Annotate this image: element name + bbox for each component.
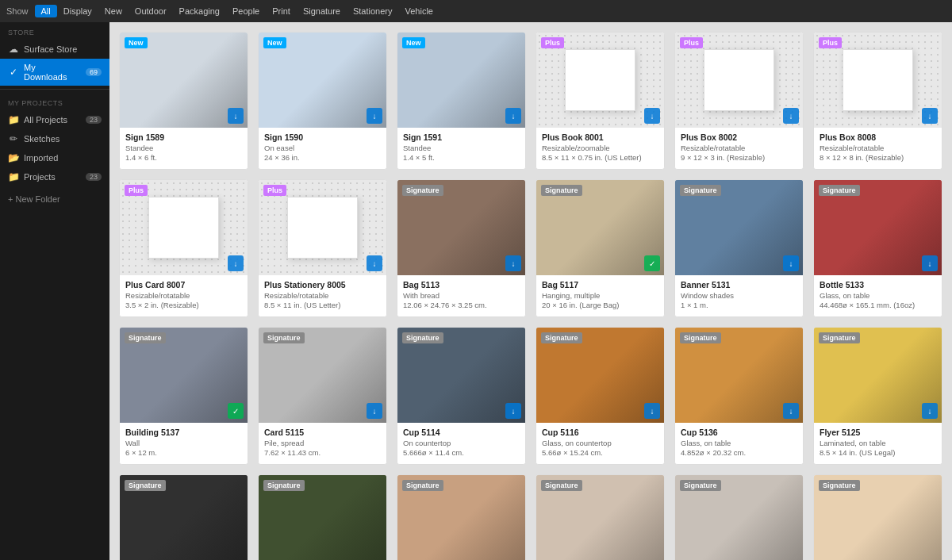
card-row4-3[interactable]: Signature — [397, 474, 526, 560]
download-button[interactable]: ↓ — [922, 108, 938, 124]
card-sign-1590[interactable]: New↓Sign 1590On easel24 × 36 in. — [258, 32, 387, 170]
download-button[interactable]: ↓ — [922, 403, 938, 419]
badge-signature: Signature — [263, 480, 305, 491]
sidebar-item-imported[interactable]: 📂 Imported — [0, 148, 109, 167]
card-card-5115[interactable]: Signature↓Card 5115Pile, spread7.62 × 11… — [258, 327, 387, 465]
store-section-label: STORE — [0, 22, 109, 40]
card-subtitle: Window shades — [681, 291, 797, 300]
sidebar-item-projects[interactable]: 📁 Projects 23 — [0, 167, 109, 186]
card-row4-4[interactable]: Signature — [536, 474, 665, 560]
card-dimensions: 8.5 × 11 in. (US Letter) — [264, 301, 381, 309]
card-plus-box-8002[interactable]: Plus↓Plus Box 8002Resizable/rotatable9 ×… — [674, 32, 804, 170]
card-thumb-row4-1: Signature — [120, 475, 248, 560]
sidebar-item-sketches[interactable]: ✏ Sketches — [0, 129, 109, 148]
card-dimensions: 1.4 × 6 ft. — [125, 153, 242, 162]
card-cup-5136[interactable]: Signature↓Cup 5136Glass, on table4.852ø … — [674, 327, 804, 465]
filter-btn-vehicle[interactable]: Vehicle — [399, 5, 440, 17]
card-banner-5131[interactable]: Signature↓Banner 5131Window shades1 × 1 … — [674, 179, 804, 317]
all-projects-label: All Projects — [24, 115, 67, 125]
card-cup-5114[interactable]: Signature↓Cup 5114On countertop5.666ø × … — [397, 327, 526, 465]
card-bottle-5133[interactable]: Signature↓Bottle 5133Glass, on table44.4… — [813, 179, 942, 317]
download-button[interactable]: ↓ — [367, 108, 382, 124]
card-subtitle: Resizable/zoomable — [542, 144, 658, 152]
card-title: Plus Stationery 8005 — [264, 280, 381, 290]
card-subtitle: Resizable/rotatable — [820, 144, 936, 152]
sidebar-item-my-downloads[interactable]: ✓ My Downloads 69 — [0, 59, 109, 86]
card-title: Sign 1590 — [264, 132, 381, 142]
card-bag-5113[interactable]: Signature↓Bag 5113With bread12.06 × 24.7… — [397, 179, 526, 317]
card-dimensions: 12.06 × 24.76 × 3.25 cm. — [403, 301, 520, 309]
download-button[interactable]: ↓ — [644, 403, 660, 419]
download-button[interactable]: ↓ — [367, 403, 382, 419]
download-button[interactable]: ↓ — [644, 108, 660, 124]
download-button[interactable]: ↓ — [505, 108, 521, 124]
card-thumb-row4-5: Signature — [675, 475, 803, 560]
card-row4-1[interactable]: Signature — [119, 474, 248, 560]
card-flyer-5125[interactable]: Signature↓Flyer 5125Laminated, on table8… — [813, 327, 942, 465]
download-button[interactable]: ↓ — [783, 108, 799, 124]
card-dimensions: 4.852ø × 20.32 cm. — [681, 448, 797, 457]
imported-label: Imported — [24, 153, 58, 163]
filter-btn-display[interactable]: Display — [57, 5, 98, 17]
card-row4-6[interactable]: Signature — [813, 474, 942, 560]
card-info-plus-card-8007: Plus Card 8007Resizable/rotatable3.5 × 2… — [120, 275, 248, 316]
badge-signature: Signature — [402, 480, 443, 491]
card-subtitle: Glass, on table — [681, 439, 797, 447]
filter-btn-new[interactable]: New — [98, 5, 129, 17]
badge-signature: Signature — [402, 185, 443, 196]
filter-btn-signature[interactable]: Signature — [297, 5, 347, 17]
filter-btn-people[interactable]: People — [226, 5, 266, 17]
filter-btn-stationery[interactable]: Stationery — [347, 5, 399, 17]
new-folder-button[interactable]: + New Folder — [0, 190, 109, 209]
download-button[interactable]: ↓ — [783, 255, 799, 271]
card-plus-book-8001[interactable]: Plus↓Plus Book 8001Resizable/zoomable8.5… — [536, 32, 665, 170]
sidebar-item-surface-store[interactable]: ☁ Surface Store — [0, 40, 109, 59]
card-row4-5[interactable]: Signature — [674, 474, 804, 560]
downloaded-check: ✓ — [644, 255, 660, 271]
card-info-card-5115: Card 5115Pile, spread7.62 × 11.43 cm. — [259, 423, 386, 464]
card-sign-1591[interactable]: New↓Sign 1591Standee1.4 × 5 ft. — [397, 32, 526, 170]
my-downloads-label: My Downloads — [24, 63, 81, 82]
download-button[interactable]: ↓ — [505, 403, 521, 419]
download-button[interactable]: ↓ — [922, 255, 938, 271]
card-info-banner-5131: Banner 5131Window shades1 × 1 m. — [675, 275, 803, 316]
card-sign-1589[interactable]: New↓Sign 1589Standee1.4 × 6 ft. — [119, 32, 248, 170]
filter-btn-print[interactable]: Print — [266, 5, 297, 17]
card-info-cup-5136: Cup 5136Glass, on table4.852ø × 20.32 cm… — [675, 423, 803, 464]
card-dimensions: 8 × 12 × 8 in. (Resizable) — [820, 153, 936, 162]
card-bag-5117[interactable]: Signature✓Bag 5117Hanging, multiple20 × … — [536, 179, 665, 317]
card-title: Plus Book 8001 — [542, 132, 658, 142]
sidebar-divider-1 — [0, 89, 109, 90]
badge-new: New — [402, 37, 425, 48]
badge-signature: Signature — [541, 185, 582, 196]
card-subtitle: Resizable/rotatable — [264, 291, 381, 300]
card-thumb-sign-1590: New↓ — [259, 33, 386, 128]
card-thumb-cup-5114: Signature↓ — [397, 328, 525, 423]
badge-signature: Signature — [819, 185, 860, 196]
download-button[interactable]: ↓ — [367, 255, 382, 271]
card-plus-stationery-8005[interactable]: Plus↓Plus Stationery 8005Resizable/rotat… — [258, 179, 387, 317]
download-button[interactable]: ↓ — [228, 255, 244, 271]
card-plus-box-8008[interactable]: Plus↓Plus Box 8008Resizable/rotatable8 ×… — [813, 32, 942, 170]
card-cup-5116[interactable]: Signature↓Cup 5116Glass, on countertop5.… — [536, 327, 665, 465]
card-thumb-banner-5131: Signature↓ — [675, 180, 803, 275]
sidebar-item-all-projects[interactable]: 📁 All Projects 23 — [0, 110, 109, 129]
card-info-plus-stationery-8005: Plus Stationery 8005Resizable/rotatable8… — [259, 275, 386, 316]
filter-btn-packaging[interactable]: Packaging — [173, 5, 226, 17]
download-button[interactable]: ↓ — [505, 255, 521, 271]
card-dimensions: 5.666ø × 11.4 cm. — [403, 448, 520, 457]
card-info-bottle-5133: Bottle 5133Glass, on table44.468ø × 165.… — [814, 275, 942, 316]
card-row4-2[interactable]: Signature — [258, 474, 387, 560]
card-dimensions: 1 × 1 m. — [681, 301, 797, 309]
card-plus-card-8007[interactable]: Plus↓Plus Card 8007Resizable/rotatable3.… — [119, 179, 248, 317]
card-thumb-plus-card-8007: Plus↓ — [120, 180, 248, 275]
card-subtitle: Resizable/rotatable — [681, 144, 797, 152]
filter-btn-all[interactable]: All — [35, 5, 57, 17]
badge-signature: Signature — [125, 480, 166, 491]
download-button[interactable]: ↓ — [228, 108, 244, 124]
card-building-5137[interactable]: Signature✓Building 5137Wall6 × 12 m. — [119, 327, 248, 465]
card-title: Plus Card 8007 — [125, 280, 242, 290]
downloaded-check: ✓ — [228, 403, 244, 419]
download-button[interactable]: ↓ — [783, 403, 799, 419]
filter-btn-outdoor[interactable]: Outdoor — [129, 5, 173, 17]
